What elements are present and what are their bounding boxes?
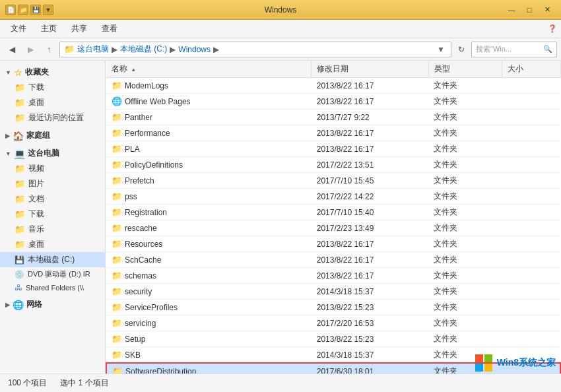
file-date-cell: 2017/2/20 16:53	[312, 315, 429, 331]
menu-share[interactable]: 共享	[65, 21, 94, 36]
file-type-cell: 文件夹	[428, 94, 502, 110]
col-header-type[interactable]: 类型	[428, 61, 502, 78]
sidebar-item-shared[interactable]: 🖧 Shared Folders (\\	[0, 281, 105, 294]
network-label: 网络	[26, 299, 42, 310]
sidebar-item-music[interactable]: 📁 音乐	[0, 222, 105, 237]
table-row[interactable]: 📁security 2014/3/18 15:37 文件夹	[106, 284, 560, 300]
forward-button[interactable]: ▶	[22, 42, 38, 57]
sidebar-item-dvd[interactable]: 💿 DVD 驱动器 (D:) IR	[0, 267, 105, 281]
sidebar-header-favorites[interactable]: ▼ ☆ 收藏夹	[0, 65, 105, 80]
sidebar-header-network[interactable]: ▶ 🌐 网络	[0, 297, 105, 312]
table-row[interactable]: 📁rescache 2017/2/23 13:49 文件夹	[106, 220, 560, 236]
col-header-date[interactable]: 修改日期	[312, 61, 429, 78]
sidebar-item-docs[interactable]: 📁 文档	[0, 191, 105, 207]
folder-icon: 📁	[112, 112, 122, 122]
file-date-cell: 2013/8/22 16:17	[312, 252, 429, 268]
table-row[interactable]: 📁Registration 2017/7/10 15:40 文件夹	[106, 205, 560, 220]
table-row[interactable]: 📁ServiceProfiles 2013/8/22 15:23 文件夹	[106, 300, 560, 315]
menubar: 文件 主页 共享 查看 ❓	[0, 20, 561, 38]
table-row[interactable]: 📁servicing 2017/2/20 16:53 文件夹	[106, 315, 560, 331]
svg-rect-0	[475, 354, 483, 362]
menu-view[interactable]: 查看	[95, 21, 124, 36]
search-icon[interactable]: 🔍	[543, 45, 552, 53]
file-list-body: 📁ModemLogs 2013/8/22 16:17 文件夹 🌐Offline …	[106, 78, 560, 374]
file-size-cell	[502, 300, 560, 315]
sidebar-header-thispc[interactable]: ▼ 💻 这台电脑	[0, 146, 105, 161]
folder-icon: 📁	[15, 113, 25, 123]
titlebar-icon-4[interactable]: ▼	[43, 5, 53, 15]
table-row[interactable]: 📁Panther 2013/7/27 9:22 文件夹	[106, 110, 560, 125]
folder-icon: 🌐	[112, 96, 122, 106]
search-box[interactable]: 搜索"Win... 🔍	[471, 42, 557, 57]
table-row[interactable]: 📁SchCache 2013/8/22 16:17 文件夹	[106, 252, 560, 268]
file-size-cell	[502, 331, 560, 347]
help-button[interactable]: ❓	[548, 24, 557, 33]
sidebar-item-video[interactable]: 📁 视频	[0, 161, 105, 176]
file-type-cell: 文件夹	[428, 220, 502, 236]
titlebar-icon-2[interactable]: 📁	[18, 5, 28, 15]
menu-home[interactable]: 主页	[34, 21, 63, 36]
menu-file[interactable]: 文件	[4, 21, 33, 36]
file-size-cell	[502, 78, 560, 94]
sidebar-item-pictures[interactable]: 📁 图片	[0, 176, 105, 191]
maximize-button[interactable]: □	[521, 3, 538, 16]
folder-icon: 📁	[15, 98, 25, 108]
file-name-cell: 📁SoftwareDistribution	[106, 363, 312, 374]
file-table: 名称 ▲ 修改日期 类型 大小 📁ModemLogs 2013/8/22 16:…	[106, 61, 561, 374]
folder-icon: 📁	[112, 271, 122, 280]
table-row[interactable]: 📁PolicyDefinitions 2017/2/22 13:51 文件夹	[106, 157, 560, 173]
sidebar-header-homegroup[interactable]: ▶ 🏠 家庭组	[0, 128, 105, 143]
file-type-cell: 文件夹	[428, 284, 502, 300]
address-dropdown[interactable]: ▼	[435, 44, 447, 55]
folder-icon: 📁	[112, 207, 122, 217]
file-type-cell: 文件夹	[428, 252, 502, 268]
file-date-cell: 2017/2/22 13:51	[312, 157, 429, 173]
folder-icon: 📁	[112, 366, 123, 374]
breadcrumb-part-thispc[interactable]: 这台电脑	[77, 44, 109, 55]
refresh-button[interactable]: ↻	[454, 42, 469, 57]
minimize-button[interactable]: —	[503, 3, 520, 16]
titlebar-icon-1[interactable]: 📄	[5, 5, 16, 15]
file-size-cell	[502, 173, 560, 189]
file-size-cell	[502, 284, 560, 300]
breadcrumb-part-drive[interactable]: 本地磁盘 (C:)	[120, 44, 167, 55]
file-name-cell: 📁security	[106, 284, 312, 300]
statusbar: 100 个项目 选中 1 个项目 Win8系统之家	[0, 374, 561, 392]
table-row[interactable]: 📁pss 2017/2/22 14:22 文件夹	[106, 189, 560, 205]
breadcrumb-part-windows[interactable]: Windows	[178, 45, 211, 54]
file-type-cell: 文件夹	[428, 78, 502, 94]
col-header-size[interactable]: 大小	[502, 61, 560, 78]
close-button[interactable]: ✕	[539, 3, 556, 16]
titlebar-title: Windows	[265, 5, 297, 15]
file-size-cell	[502, 189, 560, 205]
table-row[interactable]: 📁ModemLogs 2013/8/22 16:17 文件夹	[106, 78, 560, 94]
table-row[interactable]: 📁PLA 2013/8/22 16:17 文件夹	[106, 141, 560, 157]
table-row[interactable]: 🌐Offline Web Pages 2013/8/22 16:17 文件夹	[106, 94, 560, 110]
sidebar-item-downloads[interactable]: 📁 下载	[0, 80, 105, 95]
file-type-cell: 文件夹	[428, 268, 502, 284]
sidebar-item-shared-label: Shared Folders (\\	[26, 284, 84, 292]
address-bar[interactable]: 📁 这台电脑 ▶ 本地磁盘 (C:) ▶ Windows ▶ ▼	[59, 42, 451, 57]
sidebar-item-dvd-label: DVD 驱动器 (D:) IR	[28, 269, 90, 279]
sidebar-item-pictures-label: 图片	[28, 178, 44, 189]
file-area[interactable]: 名称 ▲ 修改日期 类型 大小 📁ModemLogs 2013/8/22 16:…	[106, 61, 561, 374]
sidebar-item-localdisk[interactable]: 💾 本地磁盘 (C:)	[0, 252, 105, 267]
sidebar-item-downloads2[interactable]: 📁 下载	[0, 207, 105, 222]
back-button[interactable]: ◀	[4, 42, 20, 57]
table-row[interactable]: 📁Setup 2013/8/22 15:23 文件夹	[106, 331, 560, 347]
titlebar-icon-3[interactable]: 💾	[30, 5, 41, 15]
folder-icon: 📁	[112, 318, 122, 328]
sidebar-item-desktop[interactable]: 📁 桌面	[0, 95, 105, 110]
home-icon: 🏠	[13, 131, 24, 141]
col-header-name[interactable]: 名称 ▲	[106, 61, 312, 78]
sidebar-item-desktop2[interactable]: 📁 桌面	[0, 237, 105, 252]
sidebar-item-recent[interactable]: 📁 最近访问的位置	[0, 110, 105, 125]
file-size-cell	[502, 252, 560, 268]
up-button[interactable]: ↑	[41, 42, 57, 57]
table-row[interactable]: 📁Resources 2013/8/22 16:17 文件夹	[106, 236, 560, 252]
table-row[interactable]: 📁schemas 2013/8/22 16:17 文件夹	[106, 268, 560, 284]
table-row[interactable]: 📁Performance 2013/8/22 16:17 文件夹	[106, 125, 560, 141]
table-row[interactable]: 📁Prefetch 2017/7/10 15:45 文件夹	[106, 173, 560, 189]
file-date-cell: 2013/8/22 15:23	[312, 331, 429, 347]
titlebar-left: 📄 📁 💾 ▼	[5, 5, 53, 15]
